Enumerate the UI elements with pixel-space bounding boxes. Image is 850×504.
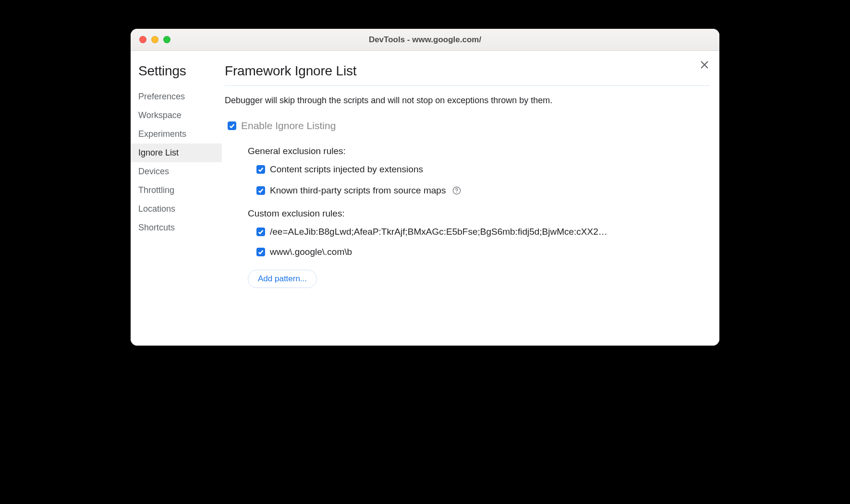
sidebar-item-experiments[interactable]: Experiments (131, 125, 222, 144)
third-party-scripts-checkbox[interactable] (256, 186, 265, 195)
custom-rule-row: /ee=ALeJib:B8gLwd;AfeaP:TkrAjf;BMxAGc:E5… (256, 227, 621, 237)
add-pattern-button[interactable]: Add pattern... (248, 270, 317, 288)
sidebar-item-ignore-list[interactable]: Ignore List (131, 144, 222, 162)
traffic-lights (139, 36, 170, 43)
content-scripts-checkbox[interactable] (256, 165, 265, 174)
general-rule-row: Content scripts injected by extensions (256, 164, 710, 175)
custom-rule-label-0: /ee=ALeJib:B8gLwd;AfeaP:TkrAjf;BMxAGc:E5… (270, 227, 607, 237)
custom-rule-label-1: www\.google\.com\b (270, 247, 352, 257)
enable-ignore-listing-checkbox[interactable] (228, 121, 236, 130)
maximize-window-button[interactable] (163, 36, 170, 43)
sidebar-item-shortcuts[interactable]: Shortcuts (131, 218, 222, 237)
third-party-scripts-label: Known third-party scripts from source ma… (270, 185, 446, 196)
custom-rule-row: www\.google\.com\b (256, 247, 621, 257)
sidebar-item-workspace[interactable]: Workspace (131, 106, 222, 125)
divider (225, 85, 710, 86)
sidebar-item-locations[interactable]: Locations (131, 200, 222, 218)
close-icon[interactable] (699, 60, 710, 72)
enable-ignore-listing-label: Enable Ignore Listing (241, 120, 336, 132)
main-panel: Framework Ignore List Debugger will skip… (222, 51, 719, 346)
devtools-window: DevTools - www.google.com/ Settings Pref… (131, 29, 719, 346)
sidebar-item-throttling[interactable]: Throttling (131, 181, 222, 200)
titlebar: DevTools - www.google.com/ (131, 29, 719, 51)
sidebar-item-preferences[interactable]: Preferences (131, 87, 222, 106)
general-rule-row: Known third-party scripts from source ma… (256, 185, 710, 196)
svg-point-1 (457, 192, 458, 193)
close-window-button[interactable] (139, 36, 146, 43)
sidebar-title: Settings (131, 63, 222, 79)
page-title: Framework Ignore List (225, 63, 710, 79)
window-body: Settings Preferences Workspace Experimen… (131, 51, 719, 346)
custom-rule-checkbox-1[interactable] (256, 248, 265, 256)
custom-rules-heading: Custom exclusion rules: (248, 208, 710, 219)
general-rules-heading: General exclusion rules: (248, 146, 710, 156)
custom-rule-checkbox-0[interactable] (256, 228, 265, 236)
settings-sidebar: Settings Preferences Workspace Experimen… (131, 51, 222, 346)
description-text: Debugger will skip through the scripts a… (225, 96, 710, 106)
content-scripts-label: Content scripts injected by extensions (270, 164, 423, 175)
sidebar-item-devices[interactable]: Devices (131, 162, 222, 181)
minimize-window-button[interactable] (151, 36, 158, 43)
window-title: DevTools - www.google.com/ (131, 35, 719, 45)
help-icon[interactable] (452, 186, 461, 195)
enable-ignore-listing-row: Enable Ignore Listing (228, 120, 710, 132)
